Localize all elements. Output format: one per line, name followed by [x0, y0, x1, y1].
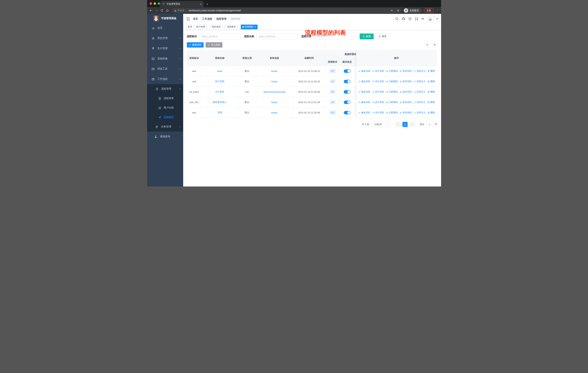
goto-page-input[interactable]	[426, 122, 434, 127]
action-修改流程[interactable]: 修改流程	[358, 80, 370, 83]
sidebar-item-流程管理[interactable]: 流程管理	[147, 84, 183, 94]
prev-page-button[interactable]: ‹	[396, 122, 401, 127]
action-删除[interactable]: 删除	[427, 101, 435, 104]
breadcrumb-item[interactable]: 首页	[193, 17, 198, 20]
tag-view-租户管理[interactable]: 租户管理×	[195, 25, 209, 29]
cell-process-name-link[interactable]: 滔博	[202, 107, 238, 118]
action-分配规则[interactable]: 分配规则	[386, 111, 398, 114]
url-text[interactable]: dashboard.yudao.iocoder.cn/bpm/manager/m…	[189, 9, 388, 12]
toggle-search-button[interactable]	[424, 42, 430, 48]
next-page-button[interactable]: ›	[409, 122, 414, 127]
close-icon[interactable]: ×	[237, 26, 238, 28]
address-bar[interactable]: 不安全 | dashboard.yudao.iocoder.cn/bpm/man…	[172, 8, 401, 13]
action-分配规则[interactable]: 分配规则	[386, 70, 398, 73]
close-icon[interactable]: ×	[206, 26, 208, 28]
forward-icon[interactable]	[154, 8, 159, 13]
sidebar-item-请假查询[interactable]: 请假查询	[147, 131, 183, 142]
sidebar-item-系统管理[interactable]: 系统管理	[147, 33, 183, 43]
tag-view-流程模型[interactable]: 流程模型×	[241, 25, 258, 29]
action-流程定义[interactable]: 流程定义	[414, 111, 426, 114]
cell-form-info-link[interactable]: biubiu	[256, 76, 293, 87]
bookmark-star-icon[interactable]	[396, 8, 400, 13]
action-修改流程[interactable]: 修改流程	[358, 101, 370, 104]
action-流程定义[interactable]: 流程定义	[414, 101, 426, 104]
action-设计流程[interactable]: 设计流程	[372, 70, 384, 73]
avatar[interactable]	[427, 16, 433, 22]
action-分配规则[interactable]: 分配规则	[386, 90, 398, 93]
active-toggle[interactable]	[344, 111, 350, 114]
cell-form-info-link[interactable]: biubiu	[256, 107, 293, 118]
breadcrumb-item[interactable]: 流程管理	[216, 17, 226, 20]
cell-process-name-link[interactable]: 测试多审批人	[202, 97, 238, 107]
action-设计流程[interactable]: 设计流程	[372, 80, 384, 83]
action-流程定义[interactable]: 流程定义	[414, 70, 426, 73]
action-分配规则[interactable]: 分配规则	[386, 80, 398, 83]
zoom-window-button[interactable]	[158, 2, 160, 5]
action-删除[interactable]: 删除	[427, 70, 435, 73]
reset-button[interactable]: 重置	[376, 33, 389, 39]
action-删除[interactable]: 删除	[427, 90, 435, 93]
sidebar-collapse-icon[interactable]	[186, 17, 190, 21]
search-icon[interactable]	[395, 17, 399, 20]
action-修改流程[interactable]: 修改流程	[358, 70, 370, 73]
cell-process-name-link[interactable]: OA 请假	[202, 87, 238, 97]
search-button[interactable]: 搜索	[360, 33, 374, 39]
process-name-input[interactable]	[256, 33, 298, 39]
cell-process-name-link[interactable]: 自己审批	[202, 76, 238, 87]
sidebar-item-工作流程[interactable]: 工作流程	[147, 74, 183, 84]
back-icon[interactable]	[149, 8, 153, 13]
new-tab-button[interactable]: +	[206, 2, 208, 6]
sidebar-item-用户分组[interactable]: 用户分组	[147, 103, 183, 112]
close-icon[interactable]: ×	[255, 26, 256, 28]
action-发布流程[interactable]: 发布流程	[400, 111, 412, 114]
browser-tab[interactable]: 芋道管理系统 ×	[160, 1, 204, 7]
sidebar-item-研发工具[interactable]: 研发工具	[147, 64, 183, 74]
browser-menu-icon[interactable]: ⋮	[436, 9, 439, 12]
tab-close-icon[interactable]: ×	[200, 2, 202, 6]
help-icon[interactable]	[408, 17, 412, 20]
action-设计流程[interactable]: 设计流程	[372, 111, 384, 114]
action-删除[interactable]: 删除	[427, 80, 435, 83]
sidebar-item-支付管理[interactable]: ¥支付管理	[147, 43, 183, 53]
current-page-button[interactable]: 1	[402, 122, 408, 127]
import-process-button[interactable]: 导入流程	[206, 42, 222, 48]
minimize-window-button[interactable]	[154, 2, 156, 5]
action-流程定义[interactable]: 流程定义	[414, 80, 426, 83]
sidebar-item-首页[interactable]: 首页	[147, 23, 183, 33]
sidebar-item-流程模型[interactable]: 流程模型	[147, 112, 183, 122]
reload-icon[interactable]	[160, 8, 164, 13]
action-删除[interactable]: 删除	[427, 111, 435, 114]
action-修改流程[interactable]: 修改流程	[358, 111, 370, 114]
action-分配规则[interactable]: 分配规则	[386, 101, 398, 104]
sidebar-item-任务管理[interactable]: 任务管理	[147, 122, 183, 131]
password-key-icon[interactable]	[389, 8, 394, 13]
window-controls[interactable]	[150, 2, 160, 5]
close-icon[interactable]: ×	[222, 26, 223, 28]
home-icon[interactable]	[165, 8, 170, 13]
browser-update-button[interactable]: 更新	[424, 8, 434, 13]
logo-row[interactable]: 芋道管理系统	[147, 14, 183, 23]
security-status[interactable]: 不安全 |	[174, 9, 187, 12]
action-发布流程[interactable]: 发布流程	[400, 70, 412, 73]
action-修改流程[interactable]: 修改流程	[358, 90, 370, 93]
active-toggle[interactable]	[344, 101, 350, 104]
process-id-input[interactable]	[199, 33, 241, 39]
action-设计流程[interactable]: 设计流程	[372, 101, 384, 104]
create-process-button[interactable]: 新建流程	[187, 42, 204, 48]
tag-view-我的流程[interactable]: 我的流程×	[210, 25, 225, 29]
active-toggle[interactable]	[344, 69, 350, 73]
github-icon[interactable]	[402, 17, 405, 20]
refresh-table-button[interactable]	[432, 42, 437, 48]
tag-view-流程表单[interactable]: 流程表单×	[225, 25, 240, 29]
active-toggle[interactable]	[344, 80, 350, 83]
action-发布流程[interactable]: 发布流程	[400, 80, 412, 83]
close-window-button[interactable]	[150, 2, 152, 5]
cell-process-name-link[interactable]: eeee	[202, 66, 238, 76]
page-size-select[interactable]: 10条/页	[372, 122, 389, 127]
action-发布流程[interactable]: 发布流程	[400, 101, 412, 104]
cell-form-info-link[interactable]: /bpm/oa/leave/create	[256, 87, 293, 97]
font-size-icon[interactable]: TT	[421, 17, 424, 20]
cell-form-info-link[interactable]: biubiu	[256, 97, 293, 107]
cell-form-info-link[interactable]: biubiu	[256, 66, 293, 76]
tag-view-首页[interactable]: 首页	[186, 25, 194, 29]
